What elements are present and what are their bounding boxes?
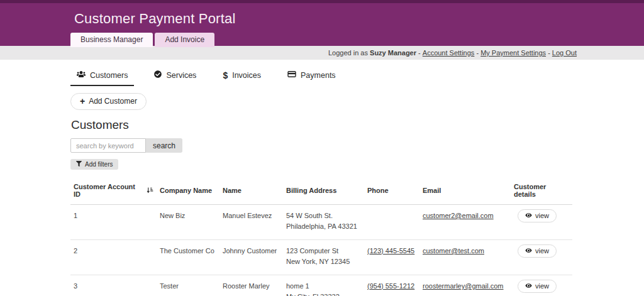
cell-phone: (123) 445-5545 xyxy=(364,240,419,275)
view-label: view xyxy=(535,212,549,219)
log-out-link[interactable]: Log Out xyxy=(552,49,577,57)
cell-company: The Customer Co xyxy=(157,240,219,275)
table-row: 2 The Customer Co Johnny Customer 123 Co… xyxy=(70,240,572,275)
user-bar: Logged in as Suzy Manager - Account Sett… xyxy=(0,46,644,60)
account-settings-link[interactable]: Account Settings xyxy=(423,49,475,57)
view-button[interactable]: view xyxy=(518,280,557,293)
column-header-account-id[interactable]: Customer Account ID xyxy=(70,178,157,205)
email-link[interactable]: customer2@email.com xyxy=(423,212,494,219)
cell-email: customer2@email.com xyxy=(419,205,511,240)
email-link[interactable]: roostermarley@gmail.com xyxy=(423,282,504,290)
column-header-company: Company Name xyxy=(157,178,219,205)
cell-company: New Biz xyxy=(157,205,219,240)
view-label: view xyxy=(535,247,549,255)
cell-name: Rooster Marley xyxy=(219,275,283,296)
add-customer-button[interactable]: + Add Customer xyxy=(70,93,147,110)
cell-email: roostermarley@gmail.com xyxy=(419,275,511,296)
cell-customer-details: view xyxy=(511,240,572,275)
check-circle-icon xyxy=(154,70,162,80)
separator: - xyxy=(416,49,423,57)
separator: - xyxy=(474,49,480,57)
credit-card-icon xyxy=(287,70,296,80)
column-header-name: Name xyxy=(219,178,283,205)
logged-in-prefix: Logged in as xyxy=(328,49,370,57)
cell-phone xyxy=(364,205,419,240)
phone-link[interactable]: (954) 555-1212 xyxy=(367,282,414,290)
nav-tab-services[interactable]: Services xyxy=(148,69,203,86)
table-header-row: Customer Account ID Company Name Name Bi… xyxy=(70,178,572,205)
cell-email: customer@test.com xyxy=(419,240,511,275)
cell-phone: (954) 555-1212 xyxy=(364,275,419,296)
cell-name: Manuel Estevez xyxy=(219,205,283,240)
view-button[interactable]: view xyxy=(518,209,557,222)
add-customer-label: Add Customer xyxy=(89,97,137,106)
table-row: 1 New Biz Manuel Estevez 54 W South St. … xyxy=(70,205,572,240)
sort-icon xyxy=(147,187,153,195)
cell-customer-details: view xyxy=(511,205,572,240)
nav-tab-customers[interactable]: Customers xyxy=(70,69,134,86)
search-input[interactable] xyxy=(70,138,146,153)
app-title: Customer Payment Portal xyxy=(74,11,644,27)
add-filters-button[interactable]: Add filters xyxy=(70,159,118,170)
main-content: Customers Services $ Invoices Payments +… xyxy=(0,60,644,296)
cell-billing-address: 54 W South St. Philadelphia, PA 43321 xyxy=(283,205,364,240)
tab-business-manager[interactable]: Business Manager xyxy=(70,33,153,47)
page-title: Customers xyxy=(71,118,644,132)
filter-icon xyxy=(76,161,82,168)
cell-billing-address: 123 Computer St New York, NY 12345 xyxy=(283,240,364,275)
nav-tab-invoices[interactable]: $ Invoices xyxy=(216,69,267,86)
cell-account-id: 2 xyxy=(70,240,157,275)
nav-tab-label: Payments xyxy=(301,71,336,80)
view-button[interactable]: view xyxy=(518,244,557,258)
eye-icon xyxy=(525,212,532,219)
nav-tab-payments[interactable]: Payments xyxy=(281,69,342,86)
cell-billing-address: home 1 My City, Fl 33332 xyxy=(283,275,364,296)
column-header-phone: Phone xyxy=(364,178,419,205)
view-label: view xyxy=(535,282,549,290)
search-bar: search xyxy=(70,138,644,153)
portal-tabs: Business Manager Add Invoice xyxy=(70,33,644,47)
my-payment-settings-link[interactable]: My Payment Settings xyxy=(480,49,546,57)
app-header: Customer Payment Portal Business Manager… xyxy=(0,3,644,46)
column-header-billing-address: Billing Address xyxy=(283,178,364,205)
cell-company: Tester xyxy=(157,275,219,296)
cell-account-id: 1 xyxy=(70,205,157,240)
plus-icon: + xyxy=(80,97,85,106)
eye-icon xyxy=(525,247,532,255)
nav-tab-label: Services xyxy=(166,71,196,80)
column-header-email: Email xyxy=(419,178,511,205)
email-link[interactable]: customer@test.com xyxy=(423,247,484,255)
users-icon xyxy=(77,70,86,80)
section-nav: Customers Services $ Invoices Payments xyxy=(70,69,644,86)
eye-icon xyxy=(525,282,532,290)
separator: - xyxy=(546,49,552,57)
customers-table: Customer Account ID Company Name Name Bi… xyxy=(70,178,572,296)
dollar-icon: $ xyxy=(223,71,228,80)
add-filters-label: Add filters xyxy=(85,161,113,168)
nav-tab-label: Invoices xyxy=(232,71,261,80)
search-button[interactable]: search xyxy=(146,138,182,153)
column-header-customer-details: Customer details xyxy=(511,178,572,205)
nav-tab-label: Customers xyxy=(90,71,128,80)
cell-account-id: 3 xyxy=(70,275,157,296)
logged-in-user: Suzy Manager xyxy=(370,49,416,57)
table-row: 3 Tester Rooster Marley home 1 My City, … xyxy=(70,275,572,296)
cell-name: Johnny Customer xyxy=(219,240,283,275)
tab-add-invoice[interactable]: Add Invoice xyxy=(155,33,214,47)
phone-link[interactable]: (123) 445-5545 xyxy=(367,247,414,255)
cell-customer-details: view xyxy=(511,275,572,296)
